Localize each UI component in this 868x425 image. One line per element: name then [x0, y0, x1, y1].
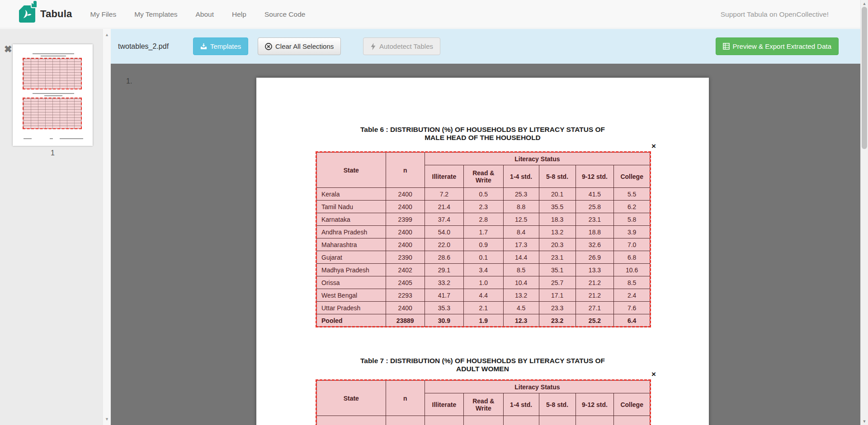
table6-title-line2: MALE HEAD OF THE HOUSEHOLD [256, 134, 709, 142]
brand-name[interactable]: Tabula [40, 8, 72, 20]
sidebar: ✖ 1 ▲ ▼ [0, 29, 111, 425]
thumb-title-line [41, 56, 66, 56]
document-filename: twotables_2.pdf [118, 29, 169, 64]
lightning-bolt-icon [370, 43, 376, 50]
scroll-up-icon[interactable]: ▲ [861, 1, 868, 6]
lock-icon [31, 2, 38, 8]
table7-remove-selection-icon[interactable]: × [651, 370, 656, 378]
nav-item-about[interactable]: About [187, 0, 223, 28]
scroll-down-icon[interactable]: ▼ [103, 417, 111, 421]
thumb-selection-2 [23, 98, 82, 129]
clear-all-selections-button[interactable]: Clear All Selections [258, 37, 341, 55]
thumb-footer-line [24, 138, 32, 139]
thumb-footer-line [50, 138, 53, 139]
pdf-swirl-glyph [21, 9, 33, 20]
nav-item-help[interactable]: Help [223, 0, 255, 28]
nav-item-my-files[interactable]: My Files [81, 0, 125, 28]
table7-selection-overlay[interactable] [316, 379, 651, 425]
sidebar-scrollbar[interactable]: ▲ ▼ [103, 29, 111, 425]
table6-remove-selection-icon[interactable]: × [651, 142, 656, 150]
thumb-title-line [33, 53, 74, 54]
table-list-icon [723, 43, 730, 50]
tabula-logo-icon [19, 5, 35, 23]
scroll-down-icon[interactable]: ▼ [861, 419, 868, 424]
autodetect-button-label: Autodetect Tables [379, 42, 433, 50]
autodetect-tables-button[interactable]: Autodetect Tables [363, 37, 440, 55]
export-button-label: Preview & Export Extracted Data [733, 42, 831, 50]
page-marker: 1. [126, 77, 132, 85]
templates-button[interactable]: Templates [193, 37, 248, 55]
clear-button-label: Clear All Selections [275, 42, 334, 50]
save-template-icon [200, 43, 207, 50]
selection-region-table7: StatenLiteracy StatusIlliterateRead & Wr… [316, 380, 650, 425]
toolbar: twotables_2.pdf Templates Clear All Sele… [111, 29, 860, 64]
remove-page-icon[interactable]: ✖ [4, 44, 12, 54]
page-thumbnail[interactable] [13, 44, 93, 146]
thumb-title-line [33, 93, 74, 94]
table6-title: Table 6 : DISTRIBUTION (%) OF HOUSEHOLDS… [256, 126, 709, 142]
thumb-footer-line [60, 138, 83, 139]
selection-region-table6: StatenLiteracy StatusIlliterateRead & Wr… [316, 152, 650, 327]
nav-item-my-templates[interactable]: My Templates [125, 0, 186, 28]
thumbnail-page-number: 1 [0, 149, 105, 157]
pdf-page[interactable]: Table 6 : DISTRIBUTION (%) OF HOUSEHOLDS… [256, 78, 709, 425]
table7-title: Table 7 : DISTRIBUTION (%) OF HOUSEHOLDS… [256, 357, 709, 373]
brand[interactable]: Tabula [19, 5, 72, 23]
tabula-app: Tabula My Files My Templates About Help … [0, 0, 868, 425]
thumb-selection-1 [23, 58, 82, 89]
table7-title-line1: Table 7 : DISTRIBUTION (%) OF HOUSEHOLDS… [256, 357, 709, 365]
nav-item-source-code[interactable]: Source Code [255, 0, 314, 28]
navbar: Tabula My Files My Templates About Help … [0, 0, 868, 28]
scrollbar-thumb[interactable] [862, 7, 867, 149]
remove-circle-icon [265, 43, 272, 50]
support-link[interactable]: Support Tabula on OpenCollective! [721, 0, 829, 28]
nav-links: My Files My Templates About Help Source … [81, 0, 314, 28]
table6-selection-overlay[interactable] [316, 151, 651, 327]
templates-button-label: Templates [210, 42, 241, 50]
preview-export-button[interactable]: Preview & Export Extracted Data [716, 37, 839, 55]
table6-title-line1: Table 6 : DISTRIBUTION (%) OF HOUSEHOLDS… [256, 126, 709, 134]
pdf-viewer: 1. Table 6 : DISTRIBUTION (%) OF HOUSEHO… [111, 64, 860, 425]
window-scrollbar[interactable]: ▲ ▼ [860, 0, 868, 425]
table7-title-line2: ADULT WOMEN [256, 365, 709, 373]
scroll-up-icon[interactable]: ▲ [103, 33, 111, 37]
thumb-title-line [44, 95, 62, 96]
